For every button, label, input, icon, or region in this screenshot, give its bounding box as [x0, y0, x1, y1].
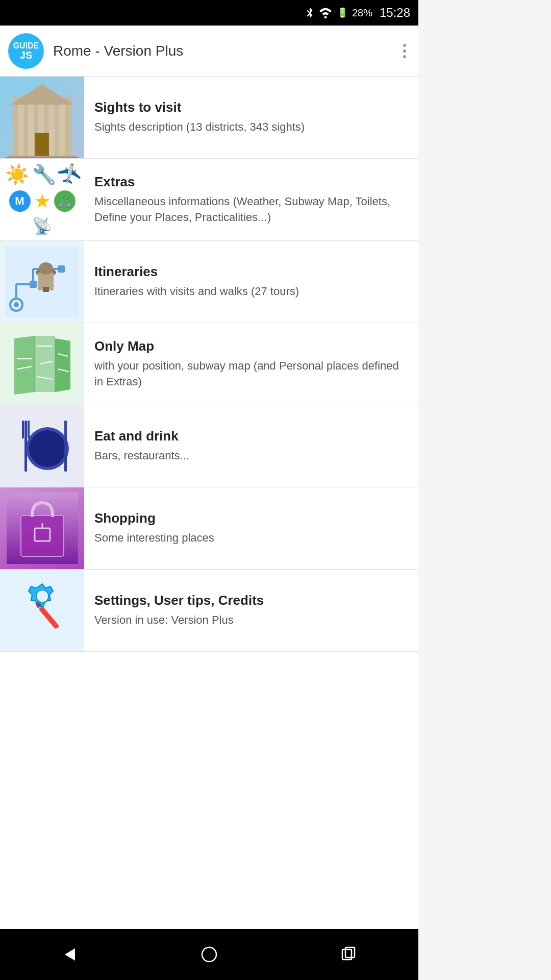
bottom-nav [0, 929, 418, 980]
settings-text: Settings, User tips, Credits Version in … [84, 584, 418, 636]
eat-title: Eat and drink [94, 428, 408, 444]
map-icon [0, 323, 84, 405]
itineraries-text: Itineraries Itineraries with visits and … [84, 256, 418, 308]
extras-subtitle: Miscellaneous informations (Weather, Sub… [94, 194, 408, 226]
svg-rect-23 [43, 287, 49, 292]
battery-percent: 28% [352, 7, 372, 19]
svg-rect-19 [58, 265, 65, 273]
logo-guide: GUIDE [13, 42, 39, 50]
itineraries-title: Itineraries [94, 264, 408, 280]
app-title: Rome - Version Plus [53, 43, 399, 59]
svg-point-56 [202, 947, 216, 962]
status-icons: 🔋 28% 15:28 [305, 6, 410, 20]
status-bar: 🔋 28% 15:28 [0, 0, 418, 26]
itineraries-icon [0, 241, 84, 323]
overflow-menu-button[interactable] [399, 40, 410, 62]
extras-text: Extras Miscellaneous informations (Weath… [84, 166, 418, 234]
menu-item-settings[interactable]: Settings, User tips, Credits Version in … [0, 570, 418, 652]
sights-title: Sights to visit [94, 100, 408, 115]
map-subtitle: with your position, subway map (and Pers… [94, 358, 408, 390]
svg-point-13 [14, 302, 19, 307]
shopping-text: Shopping Some interesting places [84, 502, 418, 554]
svg-rect-6 [59, 105, 65, 158]
settings-icon [0, 570, 84, 651]
map-title: Only Map [94, 338, 408, 354]
sights-text: Sights to visit Sights description (13 d… [84, 91, 418, 143]
settings-subtitle: Version in use: Version Plus [94, 612, 408, 628]
back-button[interactable] [55, 939, 85, 970]
dot2 [403, 50, 406, 53]
dot3 [403, 55, 406, 58]
shopping-icon [0, 487, 84, 569]
menu-list: Sights to visit Sights description (13 d… [0, 77, 418, 929]
bluetooth-icon [305, 7, 314, 19]
menu-item-map[interactable]: Only Map with your position, subway map … [0, 323, 418, 405]
wrench-icon: 🔧 [32, 163, 56, 186]
svg-rect-39 [22, 421, 24, 438]
menu-item-sights[interactable]: Sights to visit Sights description (13 d… [0, 77, 418, 159]
map-text: Only Map with your position, subway map … [84, 330, 418, 398]
svg-point-54 [36, 590, 48, 602]
extras-title: Extras [94, 174, 408, 190]
svg-point-22 [39, 262, 53, 275]
airplane-icon: ✈️ [56, 161, 83, 188]
dot1 [403, 44, 406, 47]
battery-icon: 🔋 [337, 7, 348, 18]
svg-rect-46 [21, 516, 64, 556]
bike-icon: 🚲 [54, 190, 76, 212]
sights-subtitle: Sights description (13 districts, 343 si… [94, 119, 408, 135]
svg-marker-25 [14, 336, 35, 395]
sun-icon: ☀️ [5, 163, 29, 186]
eat-subtitle: Bars, restaurants... [94, 448, 408, 464]
app-bar: GUIDE JS Rome - Version Plus [0, 26, 418, 77]
eat-text: Eat and drink Bars, restaurants... [84, 420, 418, 472]
svg-rect-5 [48, 105, 55, 158]
svg-rect-8 [35, 133, 49, 158]
extras-icon: ☀️ 🔧 ✈️ M ★ 🚲 📡 [0, 159, 84, 240]
svg-rect-26 [35, 336, 55, 392]
svg-rect-2 [18, 105, 24, 158]
logo-js: JS [20, 50, 32, 60]
sights-icon [0, 77, 84, 158]
svg-marker-27 [55, 338, 70, 392]
wifi-icon [318, 7, 333, 18]
svg-rect-40 [28, 421, 30, 438]
settings-title: Settings, User tips, Credits [94, 593, 408, 608]
svg-point-42 [29, 430, 66, 467]
shopping-subtitle: Some interesting places [94, 530, 408, 546]
satellite-icon: 📡 [32, 216, 53, 236]
menu-item-eat[interactable]: Eat and drink Bars, restaurants... [0, 405, 418, 487]
home-button[interactable] [194, 939, 224, 970]
eat-icon [0, 405, 84, 487]
menu-item-shopping[interactable]: Shopping Some interesting places [0, 487, 418, 570]
star-icon: ★ [34, 190, 51, 212]
itineraries-subtitle: Itineraries with visits and walks (27 to… [94, 284, 408, 300]
app-logo: GUIDE JS [8, 33, 44, 69]
svg-rect-18 [30, 281, 37, 288]
menu-item-itineraries[interactable]: Itineraries Itineraries with visits and … [0, 241, 418, 323]
metro-m-icon: M [9, 190, 31, 212]
svg-rect-3 [28, 105, 34, 158]
recents-button[interactable] [333, 939, 364, 970]
svg-rect-10 [5, 157, 79, 158]
shopping-title: Shopping [94, 510, 408, 526]
time-display: 15:28 [380, 6, 410, 20]
svg-marker-55 [65, 948, 75, 961]
menu-item-extras[interactable]: ☀️ 🔧 ✈️ M ★ 🚲 📡 Extras Miscellaneous inf… [0, 159, 418, 241]
